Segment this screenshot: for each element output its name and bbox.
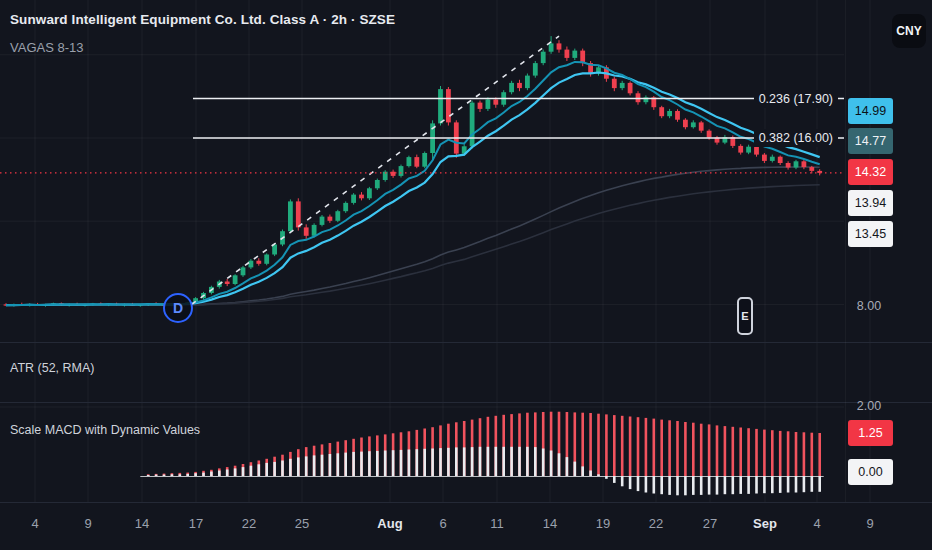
time-tick-6: 6 (439, 516, 446, 531)
time-tick-22: 22 (649, 516, 663, 531)
time-tick-4: 4 (31, 516, 38, 531)
time-tick-Aug: Aug (377, 516, 402, 531)
time-tick-27: 27 (703, 516, 717, 531)
time-tick-19: 19 (596, 516, 610, 531)
time-tick-25: 25 (295, 516, 309, 531)
price-label-0.00: 0.00 (848, 459, 893, 485)
indicator-legend-vegas[interactable]: VAGAS 8-13 (10, 40, 83, 55)
price-label-14.32: 14.32 (848, 159, 893, 185)
chart-marker-d[interactable]: D (163, 293, 193, 323)
indicator-legend-macd[interactable]: Scale MACD with Dynamic Values (10, 423, 200, 437)
price-axis[interactable]: 14.9914.7714.3213.9413.451.250.008.002.0… (844, 0, 932, 502)
time-tick-4: 4 (813, 516, 820, 531)
axis-tick-8.00: 8.00 (848, 299, 890, 313)
time-tick-14: 14 (135, 516, 149, 531)
price-label-1.25: 1.25 (848, 420, 893, 446)
time-tick-11: 11 (490, 516, 504, 531)
price-label-13.94: 13.94 (848, 190, 893, 216)
axis-tick-2.00: 2.00 (848, 399, 890, 413)
time-tick-14: 14 (543, 516, 557, 531)
time-tick-22: 22 (242, 516, 256, 531)
symbol-title: Sunward Intelligent Equipment Co. Ltd. C… (10, 12, 395, 27)
time-axis[interactable]: 4914172225Aug61114192227Sep49 (0, 502, 932, 550)
currency-button[interactable]: CNY (892, 14, 926, 48)
chart-marker-e[interactable]: E (737, 297, 753, 335)
fib-level-label-16: 0.382 (16.00) (754, 129, 838, 147)
price-label-14.77: 14.77 (848, 128, 893, 154)
price-label-14.99: 14.99 (848, 98, 893, 124)
price-label-13.45: 13.45 (848, 221, 893, 247)
time-tick-9: 9 (866, 516, 873, 531)
chart-root: Sunward Intelligent Equipment Co. Ltd. C… (0, 0, 932, 550)
indicator-legend-atr[interactable]: ATR (52, RMA) (10, 361, 95, 375)
chart-canvas[interactable] (0, 0, 932, 550)
fib-level-label-17.9: 0.236 (17.90) (754, 90, 838, 108)
time-tick-Sep: Sep (753, 516, 777, 531)
time-tick-17: 17 (189, 516, 203, 531)
time-tick-9: 9 (84, 516, 91, 531)
